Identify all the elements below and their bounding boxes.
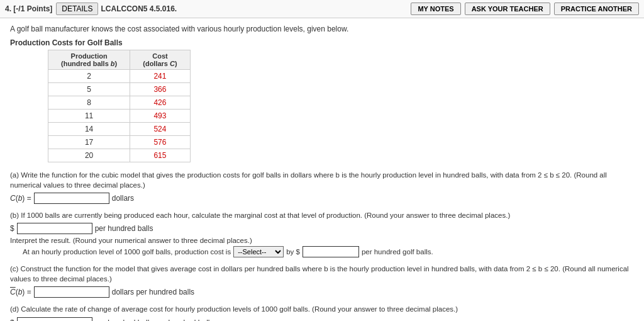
production-table: Production(hundred balls b) Cost(dollars… bbox=[48, 50, 191, 162]
part-c-section: (c) Construct the function for the model… bbox=[10, 264, 634, 298]
part-b-interpret-input[interactable] bbox=[303, 246, 359, 257]
part-b-by-text: by $ bbox=[286, 248, 300, 256]
practice-another-button[interactable]: PRACTICE ANOTHER bbox=[554, 3, 639, 15]
part-c-unit: dollars per hundred balls bbox=[112, 288, 194, 296]
details-button[interactable]: DETAILS bbox=[56, 3, 98, 15]
part-b-interpret-row: At an hourly production level of 1000 go… bbox=[23, 246, 634, 257]
part-d-dollar: $ bbox=[10, 318, 14, 321]
lcal-code: LCALCCON5 4.5.016. bbox=[101, 4, 177, 13]
production-cell: 11 bbox=[48, 110, 130, 123]
production-cell: 2 bbox=[48, 70, 130, 83]
part-a-question: (a) Write the function for the cubic mod… bbox=[10, 170, 634, 190]
table-row: 20615 bbox=[48, 149, 191, 162]
production-cell: 5 bbox=[48, 83, 130, 96]
main-content: A golf ball manufacturer knows the cost … bbox=[0, 18, 644, 321]
my-notes-button[interactable]: MY NOTES bbox=[411, 3, 460, 15]
part-a-section: (a) Write the function for the cubic mod… bbox=[10, 170, 634, 204]
part-b-question: (b) If 1000 balls are currently being pr… bbox=[10, 210, 634, 220]
part-a-input[interactable] bbox=[34, 193, 109, 204]
part-b-interpret-end: per hundred golf balls. bbox=[362, 248, 433, 256]
part-b-input[interactable] bbox=[17, 223, 92, 234]
cost-cell: 241 bbox=[130, 70, 190, 83]
production-cell: 17 bbox=[48, 136, 130, 149]
cost-cell: 426 bbox=[130, 96, 190, 110]
part-d-unit: per hundred balls per hundred balls bbox=[95, 318, 214, 321]
part-c-label: C(b) = bbox=[10, 288, 31, 296]
header-right-buttons: MY NOTES ASK YOUR TEACHER PRACTICE ANOTH… bbox=[411, 3, 639, 15]
part-b-interpret-text: At an hourly production level of 1000 go… bbox=[23, 248, 231, 256]
part-b-answer-line: $ per hundred balls bbox=[10, 223, 634, 234]
part-a-answer-line: C(b) = dollars bbox=[10, 193, 634, 204]
cost-cell: 366 bbox=[130, 83, 190, 96]
part-c-answer-line: C(b) = dollars per hundred balls bbox=[10, 286, 634, 298]
part-b-select[interactable]: --Select-- increasing decreasing bbox=[233, 246, 284, 257]
part-b-dollar: $ bbox=[10, 224, 14, 233]
col2-header: Cost(dollars C) bbox=[130, 50, 190, 70]
part-c-question: (c) Construct the function for the model… bbox=[10, 264, 634, 284]
production-cell: 20 bbox=[48, 149, 130, 162]
part-d-question: (d) Calculate the rate of change of aver… bbox=[10, 304, 634, 314]
table-row: 2241 bbox=[48, 70, 191, 83]
table-row: 8426 bbox=[48, 96, 191, 110]
part-d-input[interactable] bbox=[17, 317, 92, 321]
part-b-unit: per hundred balls bbox=[95, 224, 153, 233]
intro-text: A golf ball manufacturer knows the cost … bbox=[10, 25, 634, 33]
cost-cell: 493 bbox=[130, 110, 190, 123]
table-row: 17576 bbox=[48, 136, 191, 149]
cost-cell: 615 bbox=[130, 149, 190, 162]
part-a-unit: dollars bbox=[112, 194, 134, 203]
part-b-section: (b) If 1000 balls are currently being pr… bbox=[10, 210, 634, 257]
part-b-interpret-label: Interpret the result. (Round your numeri… bbox=[10, 237, 634, 244]
cost-cell: 576 bbox=[130, 136, 190, 149]
ask-teacher-button[interactable]: ASK YOUR TEACHER bbox=[465, 3, 550, 15]
production-cell: 14 bbox=[48, 123, 130, 136]
table-title: Production Costs for Golf Balls bbox=[10, 38, 634, 47]
question-label: 4. [-/1 Points] bbox=[5, 4, 52, 13]
production-cell: 8 bbox=[48, 96, 130, 110]
col1-header: Production(hundred balls b) bbox=[48, 50, 130, 70]
table-row: 11493 bbox=[48, 110, 191, 123]
table-row: 5366 bbox=[48, 83, 191, 96]
part-a-label: C(b) = bbox=[10, 194, 31, 203]
header-bar: 4. [-/1 Points] DETAILS LCALCCON5 4.5.01… bbox=[0, 0, 644, 18]
cost-cell: 524 bbox=[130, 123, 190, 136]
part-c-input[interactable] bbox=[34, 286, 109, 298]
part-d-section: (d) Calculate the rate of change of aver… bbox=[10, 304, 634, 321]
part-d-answer-line: $ per hundred balls per hundred balls bbox=[10, 317, 634, 321]
table-row: 14524 bbox=[48, 123, 191, 136]
